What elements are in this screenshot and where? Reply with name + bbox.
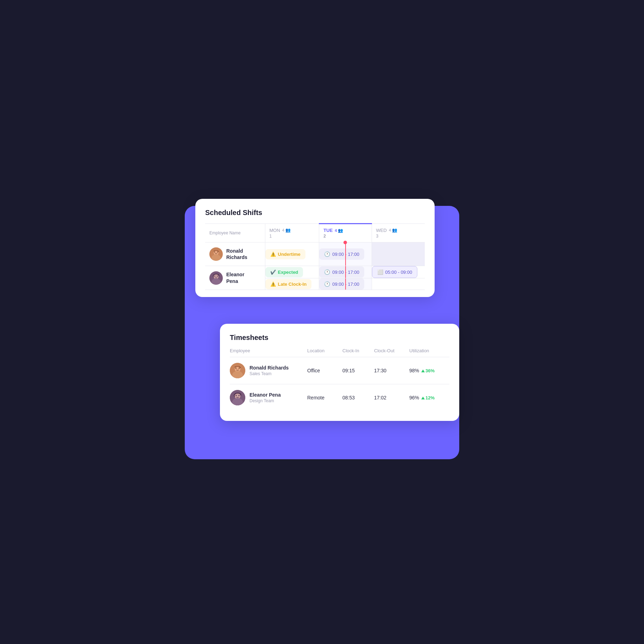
expected-badge: ✔️ Expected xyxy=(265,267,303,277)
timesheets-title: Timesheets xyxy=(230,334,449,342)
ts-eleanor-util-num: 96% xyxy=(409,395,419,400)
timesheets-header: Employee Location Clock-In Clock-Out Uti… xyxy=(230,348,449,357)
shifts-card-title: Scheduled Shifts xyxy=(205,209,425,217)
ronald-row: RonaldRichards ⚠️ Undertime 🕐 xyxy=(205,242,425,266)
eleanor-mon-expected-cell: ✔️ Expected xyxy=(265,266,319,278)
time-indicator-line-2 xyxy=(345,266,346,278)
eleanor-row-1: EleanorPena ✔️ Expected 🕐 09:00 - xyxy=(205,266,425,278)
ts-eleanor-emp-info: Eleanor Pena Design Team xyxy=(230,390,307,405)
eleanor-wed-time: ⬜ 05:00 - 09:00 xyxy=(372,266,418,278)
ts-eleanor-avatar xyxy=(230,390,245,405)
late-badge: ⚠️ Late Clock-In xyxy=(265,279,312,289)
ts-ronald-team: Sales Team xyxy=(250,371,289,376)
svg-point-9 xyxy=(217,276,218,277)
wed-num: 3 xyxy=(376,234,421,239)
ronald-avatar-image xyxy=(209,247,223,261)
ts-eleanor-clockin: 08:53 xyxy=(342,395,374,400)
ts-eleanor-row: Eleanor Pena Design Team Remote 08:53 17… xyxy=(230,384,449,411)
ts-ronald-util-change: 36% xyxy=(421,368,435,373)
ts-eleanor-clockout: 17:02 xyxy=(374,395,409,400)
wed-label: WED xyxy=(376,228,387,233)
shifts-table: Employee Name MON 4 👥 1 xyxy=(205,223,425,290)
undertime-icon: ⚠️ xyxy=(270,252,276,257)
eleanor-wed-cell-1: ⬜ 05:00 - 09:00 xyxy=(372,266,425,278)
ts-ronald-clockout: 17:30 xyxy=(374,368,409,373)
ts-clockin-col-label: Clock-In xyxy=(342,348,374,353)
triangle-up-icon-ronald xyxy=(421,370,425,372)
svg-point-13 xyxy=(235,367,236,368)
square-icon: ⬜ xyxy=(377,269,383,275)
wed-count: 4 👥 xyxy=(389,228,397,233)
triangle-up-icon-eleanor xyxy=(421,397,425,399)
ts-eleanor-team: Design Team xyxy=(250,398,281,403)
ronald-tue-time: 🕐 09:00 - 17:00 xyxy=(319,248,364,260)
clock-icon: 🕐 xyxy=(324,251,330,257)
ts-ronald-clockin: 09:15 xyxy=(342,368,374,373)
eleanor-tue-time-2: 🕐 09:00 - 17:00 xyxy=(319,278,364,290)
svg-point-4 xyxy=(217,252,218,253)
ts-eleanor-util-change: 12% xyxy=(421,395,435,400)
tue-label: TUE xyxy=(323,228,333,233)
time-indicator-line xyxy=(345,242,346,266)
eleanor-employee-cell: EleanorPena xyxy=(205,266,265,290)
eleanor-name: EleanorPena xyxy=(226,271,244,284)
clock-icon-3: 🕐 xyxy=(324,281,330,287)
ts-ronald-name: Ronald Richards xyxy=(250,365,289,371)
tue-header: TUE 4 👥 2 xyxy=(319,224,372,242)
ts-employee-col-label: Employee xyxy=(230,348,307,353)
ronald-wed-cell xyxy=(372,242,425,266)
ts-clockout-col-label: Clock-Out xyxy=(374,348,409,353)
eleanor-tue-time-1: 🕐 09:00 - 17:00 xyxy=(319,266,364,278)
eleanor-avatar xyxy=(209,271,223,285)
ts-location-col-label: Location xyxy=(307,348,342,353)
ts-ronald-avatar-image xyxy=(230,363,245,378)
ronald-name: RonaldRichards xyxy=(226,248,247,260)
svg-point-18 xyxy=(235,395,236,396)
svg-point-14 xyxy=(239,367,240,368)
ts-eleanor-avatar-image xyxy=(230,390,245,405)
tue-count: 4 👥 xyxy=(335,228,343,233)
mon-people-icon: 👥 xyxy=(285,228,291,233)
ts-ronald-util-num: 98% xyxy=(409,368,419,373)
tue-num: 2 xyxy=(323,234,367,239)
svg-point-3 xyxy=(214,252,215,253)
eleanor-mon-late-cell: ⚠️ Late Clock-In xyxy=(265,278,319,290)
ts-ronald-avatar xyxy=(230,363,245,378)
ts-ronald-emp-info: Ronald Richards Sales Team xyxy=(230,363,307,378)
eleanor-wed-cell-2 xyxy=(372,278,425,290)
expected-icon: ✔️ xyxy=(270,270,276,275)
ronald-mon-cell: ⚠️ Undertime xyxy=(265,242,319,266)
time-indicator-dot xyxy=(343,241,347,244)
time-indicator-line-3 xyxy=(345,278,346,290)
svg-point-19 xyxy=(238,395,239,396)
ts-ronald-row: Ronald Richards Sales Team Office 09:15 … xyxy=(230,357,449,384)
late-icon: ⚠️ xyxy=(270,282,276,287)
ts-eleanor-utilization: 96% 12% xyxy=(409,395,452,400)
ts-util-col-label: Utilization xyxy=(409,348,452,353)
mon-header: MON 4 👥 1 xyxy=(265,224,319,242)
ronald-avatar xyxy=(209,247,223,261)
late-label: Late Clock-In xyxy=(278,282,307,287)
ts-eleanor-location: Remote xyxy=(307,395,342,400)
wed-header: WED 4 👥 3 xyxy=(372,224,425,242)
undertime-badge: ⚠️ Undertime xyxy=(265,249,305,259)
ts-ronald-utilization: 98% 36% xyxy=(409,368,452,373)
shifts-header-row: Employee Name MON 4 👥 1 xyxy=(205,224,425,242)
eleanor-avatar-image xyxy=(209,271,223,285)
shifts-card: Scheduled Shifts Employee Name MON 4 👥 xyxy=(195,199,435,297)
eleanor-tue-cell-2: 🕐 09:00 - 17:00 xyxy=(319,278,372,290)
employee-name-header: Employee Name xyxy=(205,224,265,242)
clock-icon-2: 🕐 xyxy=(324,269,330,275)
undertime-label: Undertime xyxy=(278,252,301,257)
ts-ronald-location: Office xyxy=(307,368,342,373)
ronald-tue-cell: 🕐 09:00 - 17:00 xyxy=(319,242,372,266)
mon-num: 1 xyxy=(270,234,315,239)
mon-label: MON xyxy=(270,228,280,233)
timesheets-card: Timesheets Employee Location Clock-In Cl… xyxy=(220,324,459,421)
mon-count: 4 👥 xyxy=(282,228,291,233)
tue-people-icon: 👥 xyxy=(338,228,343,233)
ronald-employee-cell: RonaldRichards xyxy=(205,242,265,266)
outer-wrapper: Scheduled Shifts Employee Name MON 4 👥 xyxy=(185,185,459,459)
ts-eleanor-name: Eleanor Pena xyxy=(250,392,281,398)
eleanor-tue-cell-1: 🕐 09:00 - 17:00 xyxy=(319,266,372,278)
